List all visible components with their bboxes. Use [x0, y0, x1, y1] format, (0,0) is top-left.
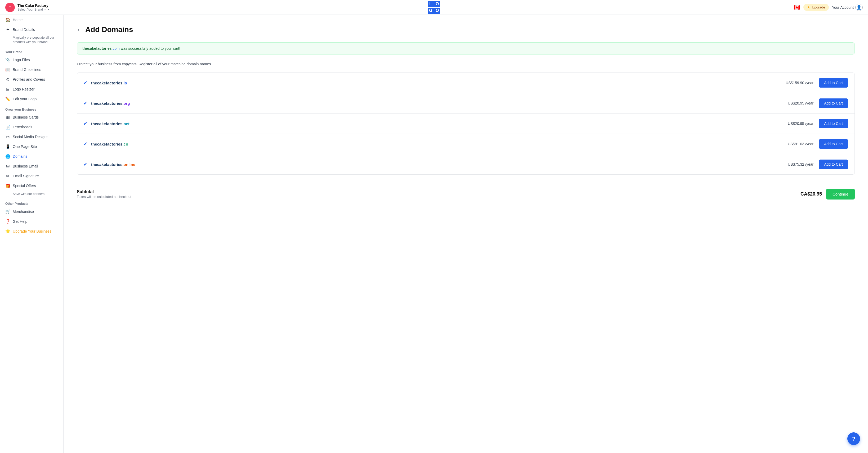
domain-price-co: US$91.03 /year — [788, 142, 813, 146]
domain-ext-org: .org — [122, 101, 130, 105]
brand-info: The Cake Factory Select Your Brand → ▾ — [18, 3, 49, 11]
sidebar-item-home[interactable]: 🏠 Home — [0, 15, 63, 25]
header: T The Cake Factory Select Your Brand → ▾… — [0, 0, 868, 15]
sidebar-profiles-covers-label: Profiles and Covers — [13, 77, 45, 82]
sidebar-special-offers-label: Special Offers — [13, 184, 36, 188]
sidebar: 🏠 Home ✦ Brand Details Magically pre-pop… — [0, 15, 64, 453]
sidebar-edit-logo-label: Edit your Logo — [13, 97, 36, 101]
brand-logo-text: T — [9, 5, 11, 9]
sidebar-item-domains[interactable]: 🌐 Domains — [0, 152, 63, 161]
domain-name-online: thecakefactories.online — [91, 162, 788, 167]
account-avatar-icon: 👤 — [855, 4, 863, 11]
get-help-icon: ❓ — [5, 219, 10, 224]
domain-price-io: US$159.90 /year — [786, 81, 813, 85]
help-fab-button[interactable]: ? — [847, 432, 860, 445]
protect-text: Protect your business from copycats. Reg… — [77, 62, 855, 66]
special-offers-icon: 🎁 — [5, 183, 10, 188]
domain-price-net: US$20.95 /year — [788, 122, 813, 126]
sidebar-item-logo-files[interactable]: 📎 Logo Files — [0, 55, 63, 65]
logo-cell-2: O — [434, 1, 440, 7]
domain-base-online: thecakefactories — [91, 162, 122, 167]
add-to-cart-button-org[interactable]: Add to Cart — [819, 98, 848, 108]
success-banner: thecakefactories.com was successfully ad… — [77, 42, 855, 55]
sidebar-business-cards-label: Business Cards — [13, 115, 39, 119]
logo-cell-1: L — [428, 1, 434, 7]
sidebar-letterheads-label: Letterheads — [13, 125, 32, 129]
back-button[interactable]: ← — [77, 27, 82, 33]
sidebar-get-help-label: Get Help — [13, 219, 27, 224]
merchandise-icon: 🛒 — [5, 209, 10, 214]
sidebar-home-label: Home — [13, 18, 23, 22]
add-to-cart-button-io[interactable]: Add to Cart — [819, 78, 848, 88]
success-domain-ext: .com — [112, 46, 120, 51]
sidebar-item-letterheads[interactable]: 📄 Letterheads — [0, 122, 63, 132]
domain-row-co: ✔ thecakefactories.co US$91.03 /year Add… — [77, 134, 855, 154]
logo-cell-3: G — [428, 8, 434, 14]
subtotal-info: Subtotal Taxes will be calculated at che… — [77, 190, 131, 199]
continue-button[interactable]: Continue — [826, 189, 855, 199]
sidebar-business-email-label: Business Email — [13, 164, 38, 168]
page-header: ← Add Domains — [77, 25, 855, 34]
check-icon-io: ✔ — [84, 80, 87, 86]
add-to-cart-button-co[interactable]: Add to Cart — [819, 139, 848, 149]
success-suffix: was successfully added to your cart! — [120, 46, 180, 51]
domain-name-io: thecakefactories.io — [91, 81, 786, 85]
sidebar-item-merchandise[interactable]: 🛒 Merchandise — [0, 207, 63, 217]
brand-select-link[interactable]: Select Your Brand → ▾ — [18, 8, 49, 11]
domain-price-online: US$75.32 /year — [788, 162, 813, 166]
main-layout: 🏠 Home ✦ Brand Details Magically pre-pop… — [0, 15, 868, 453]
brand-name: The Cake Factory — [18, 3, 49, 8]
business-email-icon: ✉ — [5, 164, 10, 169]
sidebar-item-upgrade[interactable]: ⭐ Upgrade Your Business — [0, 226, 63, 236]
chevron-down-icon: ▾ — [48, 8, 49, 11]
sidebar-item-business-email[interactable]: ✉ Business Email — [0, 161, 63, 171]
subtotal-row: Subtotal Taxes will be calculated at che… — [77, 183, 855, 205]
sidebar-merchandise-label: Merchandise — [13, 209, 34, 214]
logo-files-icon: 📎 — [5, 57, 10, 62]
sidebar-grow-business-section: Grow your Business — [0, 104, 63, 112]
sidebar-item-logo-resizer[interactable]: ⊞ Logo Resizer — [0, 85, 63, 94]
subtotal-note: Taxes will be calculated at checkout — [77, 195, 131, 199]
subtotal-label: Subtotal — [77, 190, 131, 194]
domain-ext-io: .io — [122, 81, 127, 85]
header-brand: T The Cake Factory Select Your Brand → ▾ — [5, 3, 291, 12]
add-to-cart-button-net[interactable]: Add to Cart — [819, 119, 848, 128]
sidebar-item-brand-details[interactable]: ✦ Brand Details — [0, 25, 63, 34]
home-icon: 🏠 — [5, 17, 10, 22]
upgrade-button[interactable]: ★ Upgrade — [803, 4, 829, 11]
sidebar-item-social-media[interactable]: ✂ Social Media Designs — [0, 132, 63, 142]
letterheads-icon: 📄 — [5, 125, 10, 130]
domain-name-org: thecakefactories.org — [91, 101, 788, 105]
one-page-site-icon: 📱 — [5, 144, 10, 149]
sidebar-item-business-cards[interactable]: ▦ Business Cards — [0, 112, 63, 122]
sidebar-item-get-help[interactable]: ❓ Get Help — [0, 217, 63, 226]
domains-icon: 🌐 — [5, 154, 10, 159]
header-actions: 🇨🇦 ★ Upgrade Your Account 👤 — [577, 4, 863, 11]
sidebar-item-brand-guidelines[interactable]: 📖 Brand Guidelines — [0, 65, 63, 75]
domain-ext-co: .co — [122, 142, 128, 146]
star-icon: ★ — [807, 5, 810, 9]
account-button[interactable]: Your Account 👤 — [832, 4, 863, 11]
brand-guidelines-icon: 📖 — [5, 67, 10, 72]
success-domain-base: thecakefactories — [82, 46, 112, 51]
sidebar-item-email-signature[interactable]: ✏ Email Signature — [0, 171, 63, 181]
brand-select-text: Select Your Brand → — [18, 8, 47, 11]
main-content: ← Add Domains thecakefactories.com was s… — [64, 15, 868, 453]
brand-details-icon: ✦ — [5, 27, 10, 32]
page-title: Add Domains — [85, 25, 133, 34]
domain-row-online: ✔ thecakefactories.online US$75.32 /year… — [77, 154, 855, 174]
sidebar-logo-resizer-label: Logo Resizer — [13, 87, 35, 91]
sidebar-item-profiles-covers[interactable]: ⊙ Profiles and Covers — [0, 75, 63, 85]
sidebar-your-brand-section: Your Brand — [0, 46, 63, 55]
add-to-cart-button-online[interactable]: Add to Cart — [819, 160, 848, 169]
logo-box: L O G O — [428, 1, 440, 14]
domain-list: ✔ thecakefactories.io US$159.90 /year Ad… — [77, 72, 855, 175]
domain-ext-net: .net — [122, 122, 129, 126]
domain-base-co: thecakefactories — [91, 142, 122, 146]
subtotal-right: CA$20.95 Continue — [801, 189, 855, 199]
help-question-icon: ? — [852, 436, 855, 442]
sidebar-item-edit-logo[interactable]: ✏️ Edit your Logo — [0, 94, 63, 104]
domain-row-io: ✔ thecakefactories.io US$159.90 /year Ad… — [77, 73, 855, 93]
sidebar-item-special-offers[interactable]: 🎁 Special Offers — [0, 181, 63, 191]
sidebar-item-one-page-site[interactable]: 📱 One Page Site — [0, 142, 63, 152]
